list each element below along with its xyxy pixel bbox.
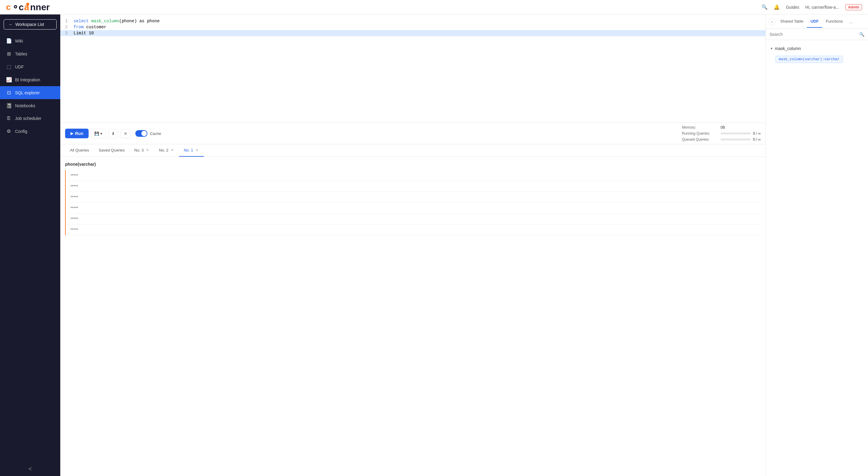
udf-icon: ⬚ — [6, 64, 11, 70]
editor-line-3: 3 Limit 10 — [60, 30, 766, 36]
search-bar: 🔍 — [766, 29, 868, 40]
user-display: Hi, cannerflow-a... — [805, 5, 839, 10]
result-row-4: ***** — [66, 214, 761, 224]
editor-content[interactable]: 1 select mask_column(phone) as phone 2 f… — [60, 14, 766, 40]
udf-section: ▾ mask_column mask_column(varchar):varch… — [766, 40, 868, 67]
run-label: Run — [75, 131, 83, 136]
sidebar-item-job[interactable]: 🗓 Job scheduler — [0, 112, 60, 125]
close-icon: ✕ — [124, 131, 127, 136]
result-row-3: ***** — [66, 203, 761, 214]
right-tab-udf[interactable]: UDF — [807, 15, 822, 28]
search-icon[interactable]: 🔍 — [762, 4, 768, 10]
running-label: Running Queries: — [682, 131, 718, 135]
tab-no1-label: No. 1 — [184, 148, 193, 153]
cache-toggle-wrap: Cache — [135, 130, 161, 137]
sidebar-item-notebooks-label: Notebooks — [15, 103, 35, 108]
editor-panel: 1 select mask_column(phone) as phone 2 f… — [60, 14, 766, 123]
right-tab-shared-table[interactable]: Shared Table — [777, 15, 807, 28]
memory-value: 0B — [721, 125, 725, 130]
back-arrow-icon: ← — [9, 22, 13, 27]
svg-point-3 — [26, 3, 29, 6]
sidebar-item-job-label: Job scheduler — [15, 116, 41, 121]
right-panel-tabs: › Shared Table UDF Functions ... — [766, 14, 868, 29]
editor-line-1: 1 select mask_column(phone) as phone — [60, 18, 766, 24]
result-row-2: ***** — [66, 192, 761, 203]
sidebar-item-config-label: Config — [15, 129, 27, 134]
right-tab-functions[interactable]: Functions — [822, 15, 846, 28]
collapse-icon: < — [28, 466, 32, 472]
all-queries-label: All Queries — [70, 148, 89, 153]
memory-label: Memory: — [682, 125, 718, 130]
udf-section-header[interactable]: ▾ mask_column — [771, 44, 863, 53]
saved-queries-label: Saved Queries — [99, 148, 125, 153]
results-area: phone(varchar) ***** ***** ***** ***** *… — [60, 157, 766, 476]
query-tabs: All Queries Saved Queries No. 3 ✕ No. 2 … — [60, 144, 766, 157]
sidebar-item-bi-label: BI Integration — [15, 77, 40, 82]
sidebar-item-wiki[interactable]: 📄 Wiki — [0, 34, 60, 47]
sidebar-item-tables-label: Tables — [15, 52, 27, 56]
udf-chevron-icon: ▾ — [771, 46, 772, 51]
toolbar: ▶ Run 💾 ▾ ⬇ ✕ Cache — [60, 123, 766, 144]
sidebar-item-sql-label: SQL explorer — [15, 90, 40, 95]
queued-value: 0 / ∞ — [753, 137, 761, 141]
close-query-button[interactable]: ✕ — [121, 129, 130, 138]
bottom-panel: All Queries Saved Queries No. 3 ✕ No. 2 … — [60, 144, 766, 476]
workspace-list-button[interactable]: ← Workspace List — [4, 19, 57, 30]
tab-no2-close[interactable]: ✕ — [170, 148, 174, 152]
tables-icon: ⊞ — [6, 51, 11, 57]
sidebar-item-tables[interactable]: ⊞ Tables — [0, 47, 60, 60]
tab-all-queries[interactable]: All Queries — [65, 144, 94, 157]
workspace-list-label: Workspace List — [16, 22, 44, 27]
save-dropdown-icon: ▾ — [100, 131, 102, 136]
sidebar-items: 📄 Wiki ⊞ Tables ⬚ UDF 📈 BI Integration ⊡… — [0, 32, 60, 462]
tab-no1-close[interactable]: ✕ — [195, 148, 199, 152]
queued-bar — [721, 138, 751, 140]
bi-icon: 📈 — [6, 77, 11, 83]
sidebar: ← Workspace List 📄 Wiki ⊞ Tables ⬚ UDF 📈… — [0, 14, 60, 476]
tab-no3-close[interactable]: ✕ — [146, 148, 150, 152]
run-button[interactable]: ▶ Run — [65, 129, 89, 138]
search-icon: 🔍 — [859, 32, 864, 37]
sidebar-item-bi[interactable]: 📈 BI Integration — [0, 73, 60, 86]
udf-badge[interactable]: mask_column(varchar):varchar — [775, 56, 843, 63]
brand-logo: c a nner — [19, 2, 55, 13]
line-number-3: 3 — [65, 31, 73, 36]
line-code-1: select mask_column(phone) as phone — [73, 19, 160, 24]
cache-label: Cache — [150, 131, 161, 136]
queued-queries-metric: Queued Queries: 0 / ∞ — [682, 137, 761, 141]
tab-no2[interactable]: No. 2 ✕ — [154, 144, 179, 157]
logo: c ⚬ c a nner — [6, 2, 55, 13]
tab-no3[interactable]: No. 3 ✕ — [130, 144, 154, 157]
running-value: 0 / ∞ — [753, 131, 761, 135]
memory-metric: Memory: 0B — [682, 125, 761, 130]
result-row-0: ***** — [66, 170, 761, 181]
udf-tab-label: UDF — [810, 19, 818, 24]
toggle-knob — [141, 131, 147, 136]
right-panel-collapse-button[interactable]: › — [768, 18, 775, 25]
tab-no1[interactable]: No. 1 ✕ — [179, 144, 204, 157]
tab-no2-label: No. 2 — [159, 148, 168, 153]
content-area: 1 select mask_column(phone) as phone 2 f… — [60, 14, 766, 476]
download-button[interactable]: ⬇ — [108, 129, 118, 138]
search-input[interactable] — [770, 32, 857, 37]
udf-section-name: mask_column — [775, 46, 801, 51]
svg-text:nner: nner — [30, 2, 50, 12]
guides-link[interactable]: Guides — [786, 5, 799, 10]
right-panel: › Shared Table UDF Functions ... 🔍 ▾ mas… — [766, 14, 868, 476]
play-icon: ▶ — [70, 131, 73, 135]
save-button[interactable]: 💾 ▾ — [91, 129, 106, 138]
cache-toggle[interactable] — [135, 130, 147, 137]
sidebar-item-notebooks[interactable]: 📓 Notebooks — [0, 99, 60, 112]
editor-line-2: 2 from customer — [60, 24, 766, 30]
notification-icon[interactable]: 🔔 — [774, 4, 780, 10]
sidebar-item-config[interactable]: ⚙ Config — [0, 125, 60, 138]
sidebar-item-sql[interactable]: ⊡ SQL explorer — [0, 86, 60, 99]
sql-icon: ⊡ — [6, 90, 11, 95]
tab-saved-queries[interactable]: Saved Queries — [94, 144, 130, 157]
sidebar-item-udf[interactable]: ⬚ UDF — [0, 60, 60, 73]
result-table: ***** ***** ***** ***** ***** ***** — [65, 170, 761, 235]
wiki-icon: 📄 — [6, 38, 11, 44]
running-bar — [721, 132, 751, 134]
sidebar-collapse-button[interactable]: < — [0, 462, 60, 476]
right-tab-more-button[interactable]: ... — [846, 17, 855, 27]
